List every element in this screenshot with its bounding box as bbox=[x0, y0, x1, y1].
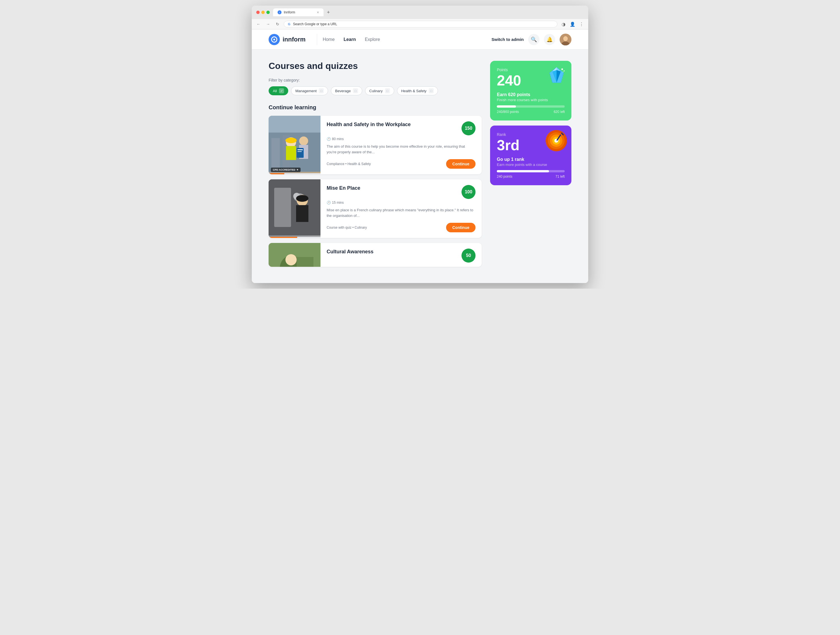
points-current: 240/860 points bbox=[497, 110, 519, 114]
rank-left: 71 left bbox=[556, 175, 565, 178]
earn-title: Earn 620 points bbox=[497, 92, 565, 97]
filter-chip-management[interactable]: Management □ bbox=[291, 86, 328, 95]
minimize-window-dot[interactable] bbox=[261, 11, 265, 14]
continue-btn-1[interactable]: Continue bbox=[446, 159, 475, 169]
course-time-2: 🕐 15 mins bbox=[327, 201, 475, 205]
points-progress-bg bbox=[497, 106, 565, 108]
filter-chip-all[interactable]: All ✓ bbox=[268, 86, 288, 95]
course-desc-1: The aim of this course is to help you be… bbox=[327, 144, 475, 155]
avatar[interactable] bbox=[560, 34, 572, 46]
logo-area[interactable]: innform bbox=[268, 34, 306, 45]
menu-icon[interactable]: ⋮ bbox=[578, 21, 585, 27]
svg-rect-21 bbox=[296, 205, 308, 222]
logo-text: innform bbox=[283, 36, 306, 43]
switch-admin-btn[interactable]: Switch to admin bbox=[491, 37, 524, 42]
tab-close-btn[interactable]: × bbox=[317, 10, 319, 14]
chip-label: Management bbox=[295, 89, 317, 93]
google-icon: G bbox=[288, 22, 291, 26]
course-title-3: Cultural Awareness bbox=[327, 249, 457, 255]
badge-icon: ✦ bbox=[296, 169, 298, 171]
chip-check-all: ✓ bbox=[279, 88, 284, 93]
logo-dot bbox=[273, 39, 275, 40]
points-progress-fill bbox=[497, 106, 516, 108]
filter-chips: All ✓ Management □ Beverage □ Culinary □ bbox=[268, 86, 482, 95]
points-card: Points 240 E bbox=[490, 61, 572, 120]
card-header-3: Cultural Awareness 50 bbox=[327, 249, 475, 263]
logo-icon bbox=[268, 34, 280, 45]
extension-icon[interactable]: ◑ bbox=[560, 21, 567, 27]
course-card-2: Mise En Place 100 🕐 15 mins Mise en plac… bbox=[268, 180, 482, 238]
window-controls bbox=[256, 11, 270, 14]
svg-point-33 bbox=[561, 68, 563, 70]
back-btn[interactable]: ← bbox=[255, 21, 262, 27]
svg-point-34 bbox=[564, 70, 565, 71]
course-card-3: Cultural Awareness 50 bbox=[268, 243, 482, 267]
filter-chip-beverage[interactable]: Beverage □ bbox=[331, 86, 362, 95]
points-progress-labels: 240/860 points 620 left bbox=[497, 110, 565, 114]
search-icon: 🔍 bbox=[531, 36, 537, 43]
browser-titlebar: i Innform × + bbox=[252, 6, 588, 19]
card-body-2: Mise En Place 100 🕐 15 mins Mise en plac… bbox=[321, 180, 482, 238]
profile-icon[interactable]: 👤 bbox=[569, 21, 576, 27]
clock-icon: 🕐 bbox=[327, 137, 331, 141]
maximize-window-dot[interactable] bbox=[266, 11, 270, 14]
svg-rect-14 bbox=[297, 151, 302, 152]
header-actions: Switch to admin 🔍 🔔 bbox=[491, 34, 572, 46]
browser-toolbar: ← → ↻ G Search Google or type a URL ◑ 👤 … bbox=[252, 19, 588, 30]
forward-btn[interactable]: → bbox=[265, 21, 272, 27]
refresh-btn[interactable]: ↻ bbox=[274, 21, 281, 27]
card-header-2: Mise En Place 100 bbox=[327, 185, 475, 199]
svg-point-10 bbox=[299, 137, 308, 145]
filter-label: Filter by category: bbox=[268, 78, 482, 82]
course-image-svg-1 bbox=[268, 116, 321, 172]
close-window-dot[interactable] bbox=[256, 11, 260, 14]
course-card-1: CPD ACCREDITED ✦ Health and Safety in th… bbox=[268, 116, 482, 174]
progress-fill-1 bbox=[268, 173, 284, 174]
header-divider bbox=[317, 34, 317, 45]
course-title-2: Mise En Place bbox=[327, 185, 457, 191]
main-content: Courses and quizzes Filter by category: … bbox=[252, 50, 588, 283]
filter-chip-health-safety[interactable]: Health & Safety □ bbox=[397, 86, 438, 95]
nav-explore[interactable]: Explore bbox=[365, 37, 380, 42]
diamond-icon bbox=[547, 66, 566, 89]
rank-progress-bg bbox=[497, 170, 565, 172]
points-value-3: 50 bbox=[466, 253, 471, 258]
svg-point-22 bbox=[296, 195, 308, 202]
chip-label: Beverage bbox=[335, 89, 351, 93]
page-title: Courses and quizzes bbox=[268, 61, 482, 71]
card-body-3: Cultural Awareness 50 bbox=[321, 243, 482, 267]
card-footer-1: Compliance • Health & Safety Continue bbox=[327, 159, 475, 169]
nav-learn[interactable]: Learn bbox=[344, 37, 356, 42]
svg-point-35 bbox=[563, 72, 564, 72]
address-bar[interactable]: G Search Google or type a URL bbox=[284, 21, 557, 27]
course-image-svg-2 bbox=[268, 180, 321, 235]
time-text-1: 80 mins bbox=[332, 137, 344, 141]
nav-home[interactable]: Home bbox=[323, 37, 335, 42]
time-text-2: 15 mins bbox=[332, 201, 344, 205]
filter-chip-culinary[interactable]: Culinary □ bbox=[365, 86, 394, 95]
rank-current: 240 points bbox=[497, 175, 512, 178]
progress-fill-2 bbox=[268, 237, 297, 238]
continue-btn-2[interactable]: Continue bbox=[446, 223, 475, 232]
points-value-1: 150 bbox=[465, 126, 472, 131]
rank-card: Rank 3rd bbox=[490, 126, 572, 185]
card-header-1: Health and Safety in the Workplace 150 bbox=[327, 121, 475, 136]
tab-title: Innform bbox=[284, 10, 295, 14]
chip-check-culinary: □ bbox=[385, 88, 390, 93]
points-left: 620 left bbox=[554, 110, 565, 114]
svg-rect-27 bbox=[297, 257, 313, 267]
new-tab-btn[interactable]: + bbox=[327, 9, 330, 16]
course-meta-1: Compliance • Health & Safety bbox=[327, 162, 371, 166]
notifications-btn[interactable]: 🔔 bbox=[544, 34, 555, 45]
tab-favicon: i bbox=[278, 10, 281, 14]
progress-bar-2 bbox=[268, 237, 321, 238]
card-body-1: Health and Safety in the Workplace 150 🕐… bbox=[321, 116, 482, 174]
avatar-image bbox=[560, 34, 572, 46]
svg-point-25 bbox=[286, 254, 297, 265]
svg-point-8 bbox=[286, 138, 297, 143]
browser-tab[interactable]: i Innform × bbox=[273, 8, 324, 16]
rank-up-title: Go up 1 rank bbox=[497, 157, 565, 162]
search-btn[interactable]: 🔍 bbox=[528, 34, 540, 45]
chip-label: Culinary bbox=[369, 89, 383, 93]
section-title: Continue learning bbox=[268, 104, 482, 111]
